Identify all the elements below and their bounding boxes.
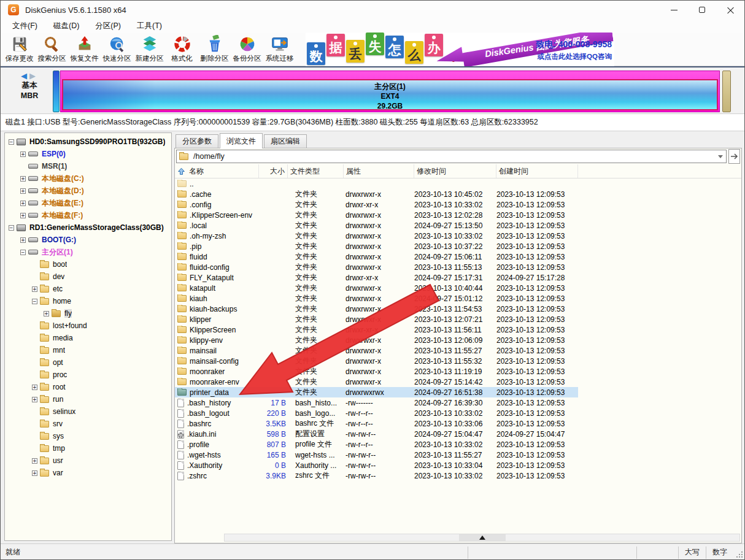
menu-item[interactable]: 工具(T) xyxy=(129,20,170,33)
expand-toggle-icon[interactable] xyxy=(20,176,26,182)
disk-scroll-handle[interactable] xyxy=(722,71,731,112)
tree-item[interactable]: proc xyxy=(5,369,171,381)
table-row[interactable]: .cache 文件夹 drwxrwxr-x 2023-10-13 10:45:0… xyxy=(175,189,578,199)
expand-toggle-icon[interactable] xyxy=(32,397,37,402)
table-row[interactable]: FLY_Katapult 文件夹 drwxr-xr-x 2024-09-27 1… xyxy=(175,272,578,283)
table-row[interactable]: mainsail-config 文件夹 drwxrwxr-x 2023-10-1… xyxy=(175,356,578,366)
tree-item[interactable]: run xyxy=(5,393,171,405)
title-bar[interactable]: G DiskGenius V5.6.1.1580 x64 xyxy=(1,1,744,19)
tree-item[interactable]: dev xyxy=(5,270,171,283)
minimize-button[interactable] xyxy=(660,1,688,19)
table-row[interactable]: moonraker-env 文件夹 drwxrwxr-x 2024-09-27 … xyxy=(175,377,578,387)
tree-item[interactable]: opt xyxy=(5,356,171,369)
tree-item[interactable]: tmp xyxy=(5,442,171,455)
expand-toggle-icon[interactable] xyxy=(20,213,26,218)
table-row[interactable]: .KlipperScreen-env 文件夹 drwxrwxr-x 2023-1… xyxy=(175,210,578,220)
table-row[interactable]: .bash_logout 220 B bash_logo... -rw-r--r… xyxy=(175,408,578,418)
menu-item[interactable]: 分区(P) xyxy=(87,20,129,33)
menu-item[interactable]: 文件(F) xyxy=(4,20,45,33)
table-row[interactable]: katapult 文件夹 drwxrwxr-x 2023-10-13 10:40… xyxy=(175,283,578,293)
tree-item[interactable]: etc xyxy=(5,283,171,295)
tree-item[interactable]: var xyxy=(5,467,171,479)
scrollbar-thumb[interactable] xyxy=(459,534,506,541)
table-row[interactable]: printer_data 文件夹 drwxrwxrwx 2024-09-27 1… xyxy=(175,387,578,397)
table-row[interactable]: klippy-env 文件夹 drwxrwxr-x 2023-10-13 12:… xyxy=(175,335,578,345)
table-row[interactable]: fluidd-config 文件夹 drwxrwxr-x 2023-10-13 … xyxy=(175,262,578,272)
column-header-mtime[interactable]: 修改时间 xyxy=(414,164,496,178)
toolbar-button[interactable]: 快速分区 xyxy=(101,33,133,66)
tree-item[interactable]: selinux xyxy=(5,405,171,418)
prev-disk-icon[interactable]: ◀ xyxy=(21,71,29,80)
tree-item[interactable]: srv xyxy=(5,418,171,430)
toolbar-button[interactable]: 删除分区 xyxy=(198,33,231,66)
tree-item[interactable]: HD0:SamsungSSD990PRO1TB(932GB) xyxy=(5,136,171,148)
expand-toggle-icon[interactable] xyxy=(32,470,37,476)
chevron-down-icon[interactable] xyxy=(715,150,726,163)
table-row[interactable]: .Xauthority 0 B Xauthority ... -rw-rw-r-… xyxy=(175,460,578,470)
tree-item[interactable]: fly xyxy=(5,307,171,320)
tree-item[interactable]: mnt xyxy=(5,344,171,356)
expand-toggle-icon[interactable] xyxy=(32,385,37,390)
expand-toggle-icon[interactable] xyxy=(20,152,26,157)
ad-banner[interactable]: 数据丢失怎么办! DiskGenius 团队为您服务 致电: 400-008-9… xyxy=(306,33,614,66)
tree-item[interactable]: media xyxy=(5,332,171,344)
table-row[interactable]: moonraker 文件夹 drwxrwxr-x 2023-10-13 11:1… xyxy=(175,366,578,377)
table-row[interactable]: .bashrc 3.5KB bashrc 文件 -rw-r--r-- 2023-… xyxy=(175,418,578,429)
go-button[interactable] xyxy=(728,149,740,164)
expand-toggle-icon[interactable] xyxy=(44,311,49,316)
next-disk-icon[interactable]: ▶ xyxy=(29,71,38,80)
table-row[interactable]: kiauh-backups 文件夹 drwxrwxr-x 2023-10-13 … xyxy=(175,304,578,314)
tab[interactable]: 扇区编辑 xyxy=(264,134,307,148)
tree-item[interactable]: ESP(0) xyxy=(5,148,171,160)
expand-toggle-icon[interactable] xyxy=(32,458,37,464)
column-header-name[interactable]: 名称 xyxy=(175,164,259,178)
expand-toggle-icon[interactable] xyxy=(9,225,14,231)
tree-item[interactable]: BOOT(G:) xyxy=(5,234,171,246)
expand-toggle-icon[interactable] xyxy=(32,286,37,292)
disk-band[interactable]: 主分区(1) EXT4 29.2GB xyxy=(60,71,720,112)
toolbar-button[interactable]: 备份分区 xyxy=(231,33,263,66)
expand-toggle-icon[interactable] xyxy=(32,299,37,304)
table-row[interactable]: .oh-my-zsh 文件夹 drwxrwxr-x 2023-10-13 10:… xyxy=(175,231,578,241)
tree-item[interactable]: MSR(1) xyxy=(5,160,171,172)
toolbar-button[interactable]: 搜索分区 xyxy=(36,33,68,66)
table-row[interactable]: .local 文件夹 drwxrwxr-x 2024-09-27 15:13:5… xyxy=(175,220,578,231)
table-row[interactable]: .. xyxy=(175,178,578,189)
menu-item[interactable]: 磁盘(D) xyxy=(45,20,87,33)
table-row[interactable]: .wget-hsts 165 B wget-hsts ... -rw-rw-r-… xyxy=(175,450,578,460)
column-header-type[interactable]: 文件类型 xyxy=(288,164,344,178)
expand-toggle-icon[interactable] xyxy=(20,237,26,243)
close-button[interactable] xyxy=(716,1,744,19)
tree-item[interactable]: root xyxy=(5,381,171,393)
maximize-button[interactable] xyxy=(688,1,716,19)
tree-item[interactable]: 本地磁盘(C:) xyxy=(5,172,171,185)
expand-toggle-icon[interactable] xyxy=(20,188,26,194)
partition-band[interactable]: 主分区(1) EXT4 29.2GB xyxy=(62,79,718,110)
tree-item[interactable]: 本地磁盘(F:) xyxy=(5,209,171,221)
tree-item[interactable]: 本地磁盘(E:) xyxy=(5,197,171,209)
table-row[interactable]: .bash_history 17 B bash_histo... -rw----… xyxy=(175,397,578,408)
tree-item[interactable]: sys xyxy=(5,430,171,442)
toolbar-button[interactable]: 保存更改 xyxy=(3,33,36,66)
expand-toggle-icon[interactable] xyxy=(20,201,26,206)
column-header-attr[interactable]: 属性 xyxy=(344,164,414,178)
toolbar-button[interactable]: 新建分区 xyxy=(133,33,166,66)
expand-toggle-icon[interactable] xyxy=(9,139,14,145)
tree-item[interactable]: usr xyxy=(5,455,171,467)
column-header-ctime[interactable]: 创建时间 xyxy=(496,164,578,178)
tree-item[interactable]: boot xyxy=(5,258,171,270)
table-row[interactable]: KlipperScreen 文件夹 drwxr-xr-x 2023-10-13 … xyxy=(175,324,578,335)
tab[interactable]: 分区参数 xyxy=(176,134,218,148)
tree-item[interactable]: home xyxy=(5,295,171,307)
table-row[interactable]: .profile 807 B profile 文件 -rw-r--r-- 202… xyxy=(175,439,578,450)
path-combobox[interactable]: /home/fly xyxy=(176,150,727,163)
table-row[interactable]: fluidd 文件夹 drwxrwxr-x 2024-09-27 15:06:1… xyxy=(175,251,578,262)
table-row[interactable]: mainsail 文件夹 drwxrwxr-x 2023-10-13 11:55… xyxy=(175,345,578,356)
tree-item[interactable]: 本地磁盘(D:) xyxy=(5,185,171,197)
table-row[interactable]: .zshrc 3.9KB zshrc 文件 -rw-rw-r-- 2023-10… xyxy=(175,470,578,481)
column-header-size[interactable]: 大小 xyxy=(259,164,288,178)
tab[interactable]: 浏览文件 xyxy=(220,133,263,148)
resize-grip[interactable] xyxy=(733,547,744,559)
toolbar-button[interactable]: 系统迁移 xyxy=(263,33,296,66)
expand-toggle-icon[interactable] xyxy=(20,250,26,255)
